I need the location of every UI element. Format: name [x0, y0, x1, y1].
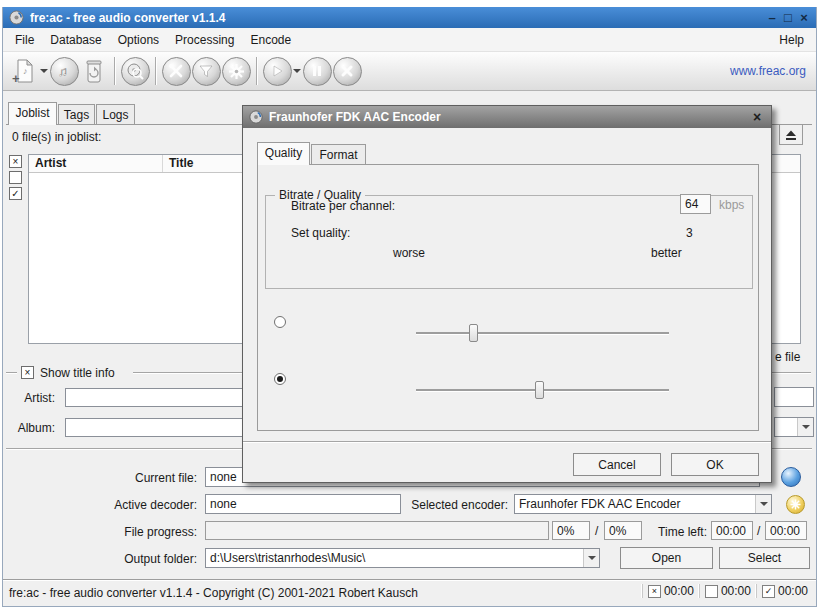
toggle-selection-button[interactable]: ✓	[9, 187, 22, 200]
quality-slider[interactable]	[416, 381, 669, 399]
tab-logs[interactable]: Logs	[96, 104, 135, 125]
dialog-titlebar: Fraunhofer FDK AAC Encoder ×	[243, 106, 771, 128]
set-quality-radio[interactable]	[274, 373, 286, 385]
select-all-button[interactable]: ×	[9, 155, 22, 168]
slider-thumb[interactable]	[469, 324, 478, 342]
trash-icon	[84, 58, 104, 84]
scale-worse-label: worse	[393, 246, 425, 260]
truncated-label-e-file: e file	[775, 350, 800, 364]
clear-joblist-button[interactable]	[79, 55, 109, 87]
dialog-close-button[interactable]: ×	[749, 109, 765, 125]
start-encoding-dropdown-caret[interactable]	[292, 57, 302, 85]
signal-processing-button[interactable]	[191, 55, 221, 87]
bitrate-unit: kbps	[719, 198, 744, 212]
menu-database[interactable]: Database	[42, 30, 109, 50]
play-icon	[270, 64, 284, 78]
set-quality-label[interactable]: Set quality:	[291, 226, 350, 240]
menu-processing[interactable]: Processing	[167, 30, 242, 50]
file-progress-bar	[205, 521, 549, 540]
wrench-icon	[168, 63, 184, 79]
gear-icon	[228, 63, 245, 80]
timer-playback: × 00:00	[642, 584, 699, 598]
empty-box-icon	[705, 585, 718, 598]
select-none-button[interactable]	[9, 171, 22, 184]
add-files-button[interactable]: ♪ +	[9, 55, 39, 87]
menu-options[interactable]: Options	[110, 30, 167, 50]
stop-x-icon	[340, 64, 354, 78]
progress-percent-file: 0%	[552, 521, 590, 540]
encoder-settings-gear-icon[interactable]	[786, 495, 805, 514]
genre-combo-fragment[interactable]	[774, 417, 814, 437]
eject-cd-button[interactable]	[779, 124, 803, 145]
maximize-button[interactable]: □	[782, 9, 794, 27]
open-folder-button[interactable]: Open	[620, 547, 713, 569]
combo-arrow-button[interactable]	[797, 418, 813, 436]
cancel-button[interactable]: Cancel	[573, 453, 661, 476]
menubar: File Database Options Processing Encode …	[3, 28, 816, 52]
statusbar-timers: × 00:00 00:00 ✓ 00:00	[642, 584, 813, 598]
document-plus-icon: ♪ +	[11, 58, 37, 84]
quality-value: 3	[686, 226, 693, 240]
title-field-fragment[interactable]	[774, 387, 814, 407]
start-encoding-button[interactable]	[262, 55, 292, 87]
configure-encoder-button[interactable]	[221, 55, 251, 87]
show-title-info-label[interactable]: Show title info	[40, 366, 115, 380]
freac-logo-icon	[249, 110, 263, 124]
bitrate-label[interactable]: Bitrate per channel:	[291, 199, 395, 213]
menu-encode[interactable]: Encode	[242, 30, 299, 50]
dialog-tab-quality[interactable]: Quality	[257, 142, 310, 165]
output-folder-combo[interactable]: d:\Users\tristanrhodes\Music\	[205, 548, 600, 568]
time-left-total: 00:00	[765, 521, 807, 540]
general-settings-button[interactable]	[161, 55, 191, 87]
time-slash: /	[757, 524, 760, 538]
stop-encoding-button[interactable]	[332, 55, 362, 87]
combo-arrow-button[interactable]	[583, 549, 599, 567]
timer-value: 00:00	[664, 584, 694, 598]
toolbar: ♪ + ♫	[3, 52, 816, 91]
separator-dash	[6, 372, 17, 373]
titlebar: fre:ac - free audio converter v1.1.4 – □…	[3, 7, 816, 28]
minimize-button[interactable]: –	[766, 9, 778, 27]
bitrate-radio[interactable]	[274, 316, 286, 328]
slider-thumb[interactable]	[535, 381, 544, 399]
current-file-label: Current file:	[3, 471, 197, 485]
time-left-file: 00:00	[711, 521, 753, 540]
progress-slash: /	[595, 524, 598, 538]
add-audio-cd-button[interactable]: ♫	[49, 55, 79, 87]
select-folder-button[interactable]: Select	[719, 547, 810, 569]
close-button[interactable]: ×	[798, 9, 810, 27]
progress-percent-total: 0%	[604, 521, 642, 540]
dialog-footer-separator	[243, 441, 771, 442]
album-label: Album:	[3, 421, 55, 435]
timer-total: ✓ 00:00	[756, 584, 813, 598]
selected-encoder-label: Selected encoder:	[303, 498, 508, 512]
tab-tags[interactable]: Tags	[58, 104, 95, 125]
add-files-dropdown-caret[interactable]	[39, 57, 49, 85]
statusbar: fre:ac - free audio converter v1.1.4 - C…	[3, 579, 816, 606]
ok-button[interactable]: OK	[671, 453, 759, 476]
toolbar-separator	[256, 57, 257, 85]
menu-file[interactable]: File	[7, 30, 42, 50]
column-header-artist[interactable]: Artist	[29, 155, 163, 172]
file-progress-label: File progress:	[3, 525, 197, 539]
show-title-info-checkbox[interactable]: ×	[21, 366, 34, 379]
pause-encoding-button[interactable]	[302, 55, 332, 87]
dialog-tab-format[interactable]: Format	[311, 144, 366, 165]
svg-text:+: +	[12, 71, 20, 84]
crossed-box-icon: ×	[648, 585, 661, 598]
cd-search-icon	[126, 62, 144, 80]
selected-encoder-combo[interactable]: Fraunhofer FDK AAC Encoder	[514, 494, 772, 514]
tab-joblist[interactable]: Joblist	[8, 102, 57, 125]
combo-arrow-button[interactable]	[755, 495, 771, 513]
cddb-query-button[interactable]	[120, 55, 150, 87]
window-title: fre:ac - free audio converter v1.1.4	[30, 11, 225, 25]
website-link[interactable]: www.freac.org	[730, 64, 810, 78]
menu-help[interactable]: Help	[771, 30, 812, 50]
active-decoder-label: Active decoder:	[3, 498, 197, 512]
music-note-icon: ♫	[56, 63, 72, 79]
info-sphere-icon[interactable]	[781, 467, 801, 487]
gear-glyph	[790, 499, 801, 510]
bitrate-slider[interactable]	[416, 324, 669, 342]
toolbar-separator	[114, 57, 115, 85]
time-left-label: Time left:	[643, 525, 707, 539]
